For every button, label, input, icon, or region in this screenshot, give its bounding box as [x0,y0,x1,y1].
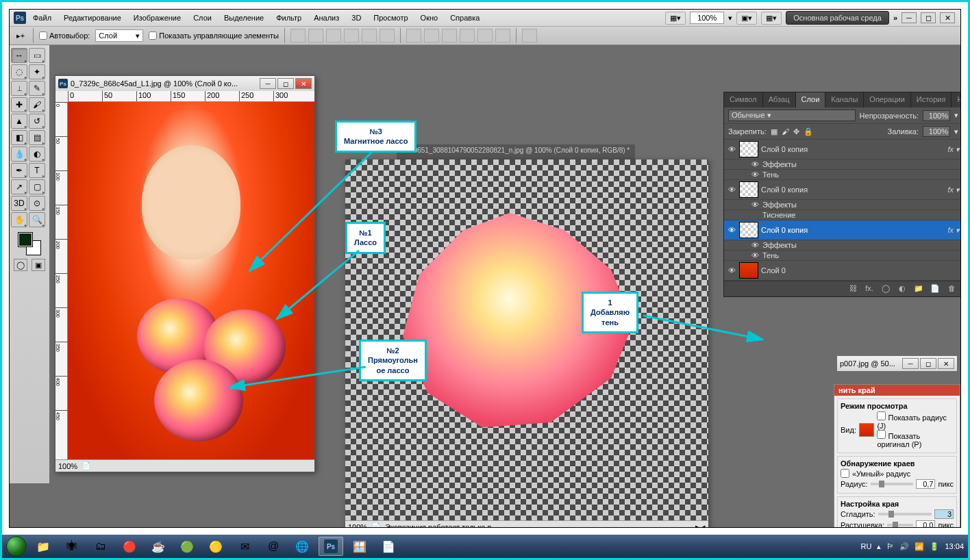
layer-1-effects[interactable]: 👁Эффекты [724,200,961,210]
tab-layers[interactable]: Слои [796,92,826,107]
zoom-level[interactable]: 100% [690,12,724,24]
radius-slider[interactable] [871,483,914,485]
menu-help[interactable]: Справка [445,12,485,24]
visibility-icon[interactable]: 👁 [727,226,736,234]
doc3-close[interactable]: ✕ [938,358,954,369]
lock-transparency-icon[interactable]: ▦ [771,127,778,136]
blur-tool[interactable]: 💧 [11,147,27,162]
lock-position-icon[interactable]: ✥ [793,127,799,136]
delete-layer-icon[interactable]: 🗑 [946,284,957,294]
menu-file[interactable]: Файл [27,12,57,24]
tray-network-icon[interactable]: 📶 [915,542,924,551]
align-bottom-icon[interactable] [326,29,341,42]
tray-up-icon[interactable]: ▴ [877,542,881,551]
dist-top-icon[interactable] [406,29,421,42]
dist-left-icon[interactable] [460,29,475,42]
show-transform-checkbox[interactable]: Показать управляющие элементы [149,31,279,40]
layer-item-2[interactable]: 👁 Слой 0 копия fx ▾ [724,220,961,240]
new-group-icon[interactable]: 📁 [913,284,924,294]
minimize-button[interactable]: ─ [901,12,917,23]
taskbar-java-icon[interactable]: ☕ [146,537,171,556]
layer-thumb[interactable] [739,141,758,157]
gradient-tool[interactable]: ▤ [29,130,45,145]
radius-input[interactable]: 0,7 [916,479,935,489]
layer-thumb[interactable] [739,181,758,198]
taskbar-folder-icon[interactable]: 🗂 [88,537,113,556]
layer-mask-icon[interactable]: ◯ [880,284,891,294]
taskbar-at-icon[interactable]: @ [261,537,286,556]
blend-mode-dropdown[interactable]: Обычные ▾ [728,110,856,121]
menu-edit[interactable]: Редактирование [58,12,127,24]
new-layer-icon[interactable]: 📄 [930,284,941,294]
doc3-minimize[interactable]: ─ [902,358,919,369]
color-swatches[interactable] [18,233,40,255]
fx-icon[interactable]: fx ▾ [947,186,960,194]
taskbar-mail-icon[interactable]: ✉ [232,537,257,556]
zoom-dropdown-icon[interactable]: ▾ [728,14,732,23]
tray-volume-icon[interactable]: 🔊 [899,542,909,551]
autoselect-checkbox[interactable]: Автовыбор: [39,31,90,40]
layer-0-effects[interactable]: 👁Эффекты [724,160,961,170]
taskbar-yandex-icon[interactable]: 🟡 [203,537,228,556]
doc1-close[interactable]: ✕ [295,78,312,89]
move-tool[interactable]: ↔ [11,48,27,63]
foreground-color-swatch[interactable] [18,233,32,246]
path-tool[interactable]: ↗ [11,179,27,194]
layer-item-0[interactable]: 👁 Слой 0 копия fx ▾ [724,140,961,160]
quickselect-tool[interactable]: ✦ [29,64,45,79]
eyedropper-tool[interactable]: ✎ [29,81,45,96]
feather-slider[interactable] [887,524,913,526]
menu-window[interactable]: Окно [415,12,444,24]
workspace-more-icon[interactable]: » [893,14,897,22]
lock-all-icon[interactable]: 🔒 [804,127,813,136]
start-button[interactable] [6,536,27,557]
show-original-checkbox[interactable]: Показать оригинал (P) [877,432,921,448]
align-hcenter-icon[interactable] [362,29,377,42]
dist-hcenter-icon[interactable] [477,29,493,42]
adjustment-layer-icon[interactable]: ◐ [897,284,908,294]
quickmask-button[interactable]: ◯ [14,259,27,271]
maximize-button[interactable]: ◻ [921,12,936,23]
tab-actions[interactable]: Операции [864,92,910,107]
arrange-docs-button[interactable]: ▦▾ [761,12,782,25]
taskbar-opera-icon[interactable]: 🔴 [117,537,142,556]
menu-analysis[interactable]: Анализ [308,12,345,24]
menu-image[interactable]: Изображение [128,12,186,24]
workspace-switcher[interactable]: Основная рабочая среда [786,11,889,25]
dist-vcenter-icon[interactable] [424,29,439,42]
tab-paragraph[interactable]: Абзац [763,92,796,107]
fx-icon[interactable]: fx ▾ [947,145,960,154]
feather-input[interactable]: 0,0 [916,520,935,528]
layer-0-shadow[interactable]: 👁Тень [724,170,961,180]
align-top-icon[interactable] [290,29,306,42]
marquee-tool[interactable]: ▭ [29,48,45,63]
smooth-slider[interactable] [878,513,932,516]
doc1-canvas[interactable] [68,102,314,459]
align-vcenter-icon[interactable] [308,29,323,42]
menu-filter[interactable]: Фильтр [271,12,307,24]
menu-select[interactable]: Выделение [219,12,269,24]
tab-navigator[interactable]: Навигат [952,92,961,107]
doc1-zoom[interactable]: 100% [58,462,77,470]
doc1-minimize[interactable]: ─ [260,78,276,89]
taskbar-word-icon[interactable]: 📄 [376,537,401,556]
align-left-icon[interactable] [344,29,359,42]
launch-bridge-button[interactable]: ▦▾ [665,12,686,25]
layer-style-icon[interactable]: fx. [864,284,875,294]
tab-channels[interactable]: Каналы [825,92,864,107]
tray-flag-icon[interactable]: 🏳 [886,542,894,550]
link-layers-icon[interactable]: ⛓ [847,284,858,294]
type-tool[interactable]: T [29,163,45,178]
visibility-icon[interactable]: 👁 [727,266,736,275]
dist-right-icon[interactable] [495,29,510,42]
visibility-icon[interactable]: 👁 [727,186,736,194]
menu-3d[interactable]: 3D [346,12,366,24]
eraser-tool[interactable]: ◧ [11,130,27,145]
menu-layer[interactable]: Слои [188,12,217,24]
crop-tool[interactable]: ⟂ [11,81,27,96]
smooth-input[interactable]: 3 [934,509,954,519]
layer-1-emboss[interactable]: Тиснение [724,210,961,220]
layer-thumb[interactable] [739,222,758,238]
zoom-tool[interactable]: 🔍 [29,212,45,227]
screenmode-button[interactable]: ▣ [32,259,45,271]
